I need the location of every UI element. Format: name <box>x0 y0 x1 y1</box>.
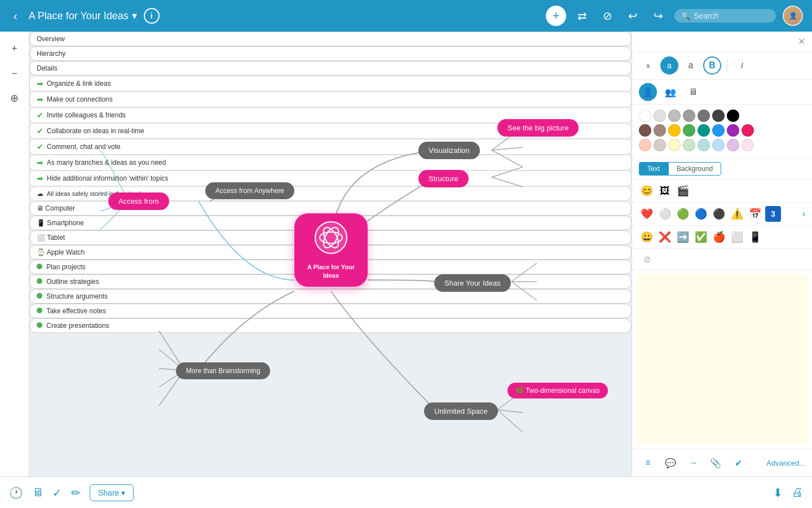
color-dark-gray[interactable] <box>712 110 725 122</box>
check-button[interactable]: ✓ <box>52 486 62 500</box>
comment-node[interactable]: ✔ Comment, chat and vote <box>29 139 632 155</box>
color-light-teal[interactable] <box>698 139 710 151</box>
white-circle[interactable]: ⚪ <box>657 206 673 222</box>
close-panel-button[interactable]: ✕ <box>798 36 805 47</box>
hide-node[interactable]: ➡ Hide additional information 'within' t… <box>29 170 632 186</box>
mind-map-canvas[interactable]: A Place for Your Ideas Visualization See… <box>29 32 632 476</box>
brainstorming-node[interactable]: More than Brainstorming <box>176 362 270 379</box>
share-node[interactable]: Share Your Ideas <box>434 274 511 292</box>
back-button[interactable]: ‹ <box>9 7 22 25</box>
display-icon-btn[interactable]: 🖥 <box>684 83 702 101</box>
heart-icon[interactable]: ❤️ <box>639 206 655 222</box>
info-button[interactable]: i <box>144 8 160 24</box>
font-medium-active-button[interactable]: a <box>660 56 678 75</box>
download-button[interactable]: ⬇ <box>773 486 783 500</box>
number-3-icon[interactable]: 3 <box>765 206 781 222</box>
redo-button[interactable]: ↪ <box>649 7 668 25</box>
avatar[interactable]: 👤 <box>783 6 803 26</box>
color-purple1[interactable] <box>727 124 739 137</box>
note-area[interactable] <box>637 274 807 444</box>
color-light-gray1[interactable] <box>654 110 666 122</box>
access-from-node[interactable]: Access from <box>108 192 169 210</box>
make-out-node[interactable]: ➡ Make out connections <box>29 91 632 107</box>
people-icon-btn[interactable]: 👥 <box>661 83 679 101</box>
search-box[interactable]: 🔍 <box>674 9 776 23</box>
structure-args-node[interactable]: Structure arguments <box>29 289 632 304</box>
hierarchy-node[interactable]: Hierarchy <box>29 46 632 61</box>
advanced-link[interactable]: Advanced... <box>766 459 805 467</box>
more-icons-button[interactable]: › <box>802 209 805 219</box>
check-icon[interactable]: ✅ <box>693 229 709 245</box>
warning-icon[interactable]: ⚠️ <box>729 206 745 222</box>
color-peach[interactable] <box>639 139 651 151</box>
visualization-node[interactable]: Visualization <box>418 142 480 159</box>
unlimited-node[interactable]: Unlimited Space <box>424 402 498 420</box>
color-light-yellow[interactable] <box>668 139 681 151</box>
apple-icon[interactable]: 🍎 <box>711 229 727 245</box>
tablet-icon[interactable]: ⬜ <box>729 229 745 245</box>
smiley-icon[interactable]: 😊 <box>639 183 655 199</box>
image-icon[interactable]: 🖼 <box>657 183 673 199</box>
structure-node[interactable]: Structure <box>418 170 469 187</box>
fit-view-button[interactable]: ⊕ <box>5 88 25 108</box>
share-button[interactable]: Share ▾ <box>90 484 134 501</box>
color-brown2[interactable] <box>654 124 666 137</box>
checkmark-icon-btn[interactable]: ✔ <box>729 454 747 472</box>
see-big-picture-node[interactable]: See the big picture <box>497 119 579 137</box>
two-d-node[interactable]: 🌿 Two-dimensional canvas <box>508 383 608 398</box>
right-arrow-icon[interactable]: ➡️ <box>675 229 691 245</box>
access-anywhere-node[interactable]: Access from Anywhere <box>205 182 294 199</box>
font-small-button[interactable]: a <box>639 56 657 75</box>
green-circle[interactable]: 🟢 <box>675 206 691 222</box>
color-gray1[interactable] <box>668 110 681 122</box>
color-light-purple[interactable] <box>727 139 739 151</box>
color-gray2[interactable] <box>683 110 695 122</box>
person-icon-btn[interactable]: 👤 <box>639 83 657 101</box>
overview-node[interactable]: Overview <box>29 32 632 46</box>
calendar-icon[interactable]: 📅 <box>747 206 763 222</box>
history-button[interactable]: 🕐 <box>9 486 23 500</box>
color-light-green[interactable] <box>683 139 695 151</box>
list-icon-btn[interactable]: ≡ <box>639 454 657 472</box>
color-pink1[interactable] <box>742 124 754 137</box>
color-light-blue[interactable] <box>712 139 725 151</box>
color-teal1[interactable] <box>698 124 710 137</box>
print-button[interactable]: 🖨 <box>792 486 803 500</box>
video-icon[interactable]: 🎬 <box>675 183 691 199</box>
organize-node[interactable]: ➡ Organize & link ideas <box>29 76 632 91</box>
font-bold-button[interactable]: B <box>703 56 721 75</box>
color-black[interactable] <box>727 110 739 122</box>
font-large-button[interactable]: a <box>682 56 700 75</box>
document-title[interactable]: A Place for Your Ideas ▾ <box>29 10 137 22</box>
font-italic-button[interactable]: I <box>733 56 751 75</box>
color-light-pink[interactable] <box>742 139 754 151</box>
color-white[interactable] <box>639 110 651 122</box>
text-toggle-btn[interactable]: Text <box>639 162 668 176</box>
pen-button[interactable]: ✏ <box>71 486 81 500</box>
color-brown1[interactable] <box>639 124 651 137</box>
color-yellow1[interactable] <box>668 124 681 137</box>
black-circle[interactable]: ⚫ <box>711 206 727 222</box>
blue-circle[interactable]: 🔵 <box>693 206 709 222</box>
search-input[interactable] <box>694 11 767 20</box>
display-button[interactable]: 🖥 <box>32 486 43 499</box>
zoom-in-button[interactable]: + <box>5 38 25 59</box>
details-node[interactable]: Details <box>29 61 632 76</box>
central-node[interactable]: A Place for Your Ideas <box>294 213 368 287</box>
color-gray3[interactable] <box>698 110 710 122</box>
undo-button[interactable]: ↩ <box>624 7 642 25</box>
block-button[interactable]: ⊘ <box>598 7 617 25</box>
zoom-out-button[interactable]: − <box>5 63 25 84</box>
share-mode-button[interactable]: ⇄ <box>573 7 592 25</box>
color-blue1[interactable] <box>712 124 725 137</box>
cancel-icon[interactable]: ⊘ <box>639 251 655 267</box>
arrow-icon-btn[interactable]: → <box>684 454 702 472</box>
x-circle-icon[interactable]: ❌ <box>657 229 673 245</box>
smile-icon[interactable]: 😀 <box>639 229 655 245</box>
phone-icon[interactable]: 📱 <box>747 229 763 245</box>
background-toggle-btn[interactable]: Background <box>668 162 721 176</box>
color-green1[interactable] <box>683 124 695 137</box>
as-many-node[interactable]: ➡ As many branches & ideas as you need <box>29 155 632 170</box>
attachment-icon-btn[interactable]: 📎 <box>707 454 725 472</box>
presentations-node[interactable]: Create presentations <box>29 318 632 333</box>
